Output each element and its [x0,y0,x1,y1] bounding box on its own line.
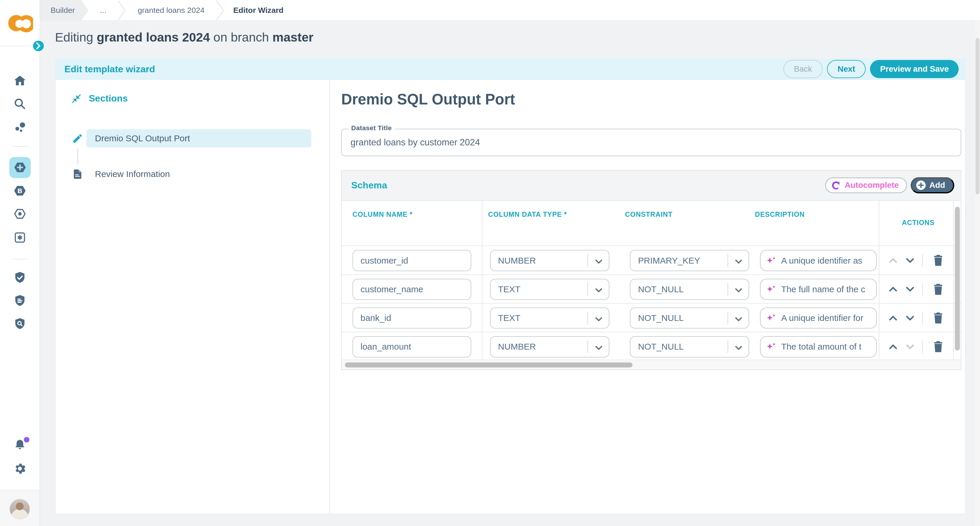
sidebar-expand-button[interactable] [33,41,44,51]
data-type-select[interactable]: NUMBER [490,336,609,358]
data-type-select[interactable]: TEXT [490,279,609,300]
sidebar-item-blueprints[interactable]: B [13,184,27,197]
schema-header: Schema Autocomplete Add [342,170,960,201]
ai-sparkle-icon [766,284,776,294]
add-column-button[interactable]: Add [911,177,955,194]
sidebar-item-home[interactable] [13,74,27,87]
description-field[interactable]: The full name of the c [760,279,877,300]
breadcrumb: Builder ... granted loans 2024 Editor Wi… [40,0,980,21]
sidebar-item-governance-registry[interactable] [13,294,27,307]
page-title: Editing granted loans 2024 on branch mas… [55,30,313,44]
move-down-button[interactable] [905,313,915,323]
schema-title: Schema [351,180,387,191]
dataset-title-label: Dataset Title [348,124,395,132]
breadcrumb-item-ellipsis[interactable]: ... [89,0,118,21]
sidebar-item-platform-settings[interactable] [13,230,27,244]
back-button[interactable]: Back [783,60,822,78]
delete-button[interactable] [933,254,943,267]
description-field[interactable]: A unique identifier for [760,307,877,329]
constraint-select[interactable]: NOT_NULL [630,336,749,358]
add-label: Add [929,181,945,190]
delete-button[interactable] [933,283,943,296]
column-header-constraint: CONSTRAINT [625,211,673,219]
data-type-value: TEXT [498,284,520,294]
move-up-button[interactable] [888,313,898,323]
constraint-select[interactable]: NOT_NULL [630,279,749,300]
pencil-icon [72,133,83,144]
description-value: The total amount of t [781,342,861,352]
column-header-name: COLUMN NAME * [353,211,413,219]
data-type-select[interactable]: TEXT [490,307,609,329]
table-vertical-scrollbar[interactable] [955,207,960,350]
form-panel: Dremio SQL Output Port Dataset Title Sch… [330,80,965,514]
sidebar-item-domains[interactable] [13,121,27,134]
settings-gear-icon[interactable] [13,462,27,476]
move-down-button[interactable] [905,256,915,265]
notification-badge [24,437,29,442]
sidebar-item-mesh-supervision[interactable] [13,207,27,221]
wizard-title: Edit template wizard [64,64,155,75]
move-down-button[interactable] [905,342,915,352]
autocomplete-button[interactable]: Autocomplete [825,178,907,193]
sidebar-item-builder-active[interactable] [10,157,31,178]
constraint-select[interactable]: NOT_NULL [630,307,749,329]
delete-button[interactable] [933,312,943,324]
page-scrollbar[interactable] [975,38,979,194]
breadcrumb-item-entity[interactable]: granted loans 2024 [126,0,216,21]
move-up-button[interactable] [888,256,898,265]
column-name-input[interactable] [353,250,471,271]
user-avatar[interactable] [10,499,30,520]
collapse-icon[interactable] [71,93,82,104]
ai-sparkle-icon [766,256,776,265]
schema-table-row: NUMBER NOT_NULL The total amount of t [342,332,962,361]
breadcrumb-item-builder[interactable]: Builder [40,0,89,21]
chevron-down-icon [735,317,743,321]
move-down-button[interactable] [905,284,915,294]
description-field[interactable]: The total amount of t [760,336,877,358]
next-button[interactable]: Next [827,60,866,78]
constraint-value: NOT_NULL [638,313,684,323]
column-name-input[interactable] [353,336,471,358]
breadcrumb-chevron-icon [216,0,225,21]
schema-actions: Autocomplete Add [825,177,954,194]
sidebar-item-policies[interactable] [13,270,27,284]
description-value: A unique identifier for [781,313,863,323]
section-item-label: Review Information [95,169,170,179]
sidebar-item-search[interactable] [13,97,27,111]
constraint-value: NOT_NULL [638,284,684,294]
entity-name: granted loans 2024 [97,30,210,44]
section-item-label: Dremio SQL Output Port [95,133,190,143]
delete-button[interactable] [933,340,943,353]
column-header-actions: ACTIONS [902,219,935,227]
preview-and-save-button[interactable]: Preview and Save [870,60,959,78]
data-type-value: NUMBER [498,342,536,352]
constraint-select[interactable]: PRIMARY_KEY [630,250,749,271]
dataset-title-field: Dataset Title [341,129,961,156]
description-field[interactable]: A unique identifier as [760,250,877,271]
column-name-input[interactable] [353,307,471,329]
chevron-down-icon [595,345,603,350]
chevron-down-icon [595,288,603,292]
move-up-button[interactable] [888,284,898,294]
column-name-input[interactable] [353,279,471,300]
chevron-down-icon [735,345,743,350]
form-title: Dremio SQL Output Port [341,91,515,108]
sidebar-group-divider [13,259,27,259]
data-type-select[interactable]: NUMBER [490,250,609,271]
content-area: Editing granted loans 2024 on branch mas… [40,21,980,526]
table-horizontal-scrollbar[interactable] [345,362,632,367]
autocomplete-label: Autocomplete [845,181,899,190]
chevron-down-icon [735,259,743,264]
branch-name: master [272,30,313,44]
sidebar-footer [0,490,40,526]
app-root: B Builder ... [0,0,980,526]
wizard-actions: Back Next Preview and Save [783,60,959,78]
dataset-title-input[interactable] [341,129,961,156]
sidebar-item-audit[interactable] [13,317,27,331]
actions-divider [923,254,923,267]
notifications-bell-icon[interactable] [13,438,27,452]
document-icon [72,168,83,180]
chevron-down-icon [595,259,603,264]
breadcrumb-chevron-icon [118,0,126,21]
move-up-button[interactable] [888,342,898,352]
